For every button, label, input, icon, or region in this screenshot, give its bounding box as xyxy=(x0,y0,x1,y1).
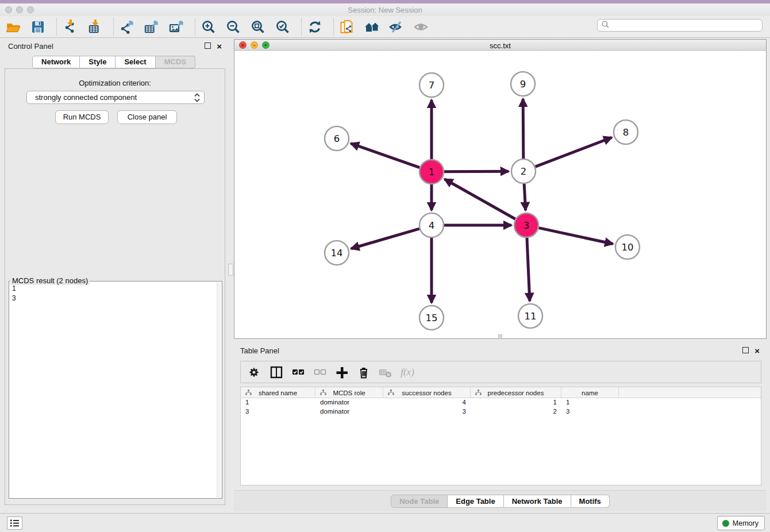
cell-shared-name[interactable]: 1 xyxy=(241,398,315,407)
table-row[interactable]: 3dominator323 xyxy=(241,407,761,417)
tab-network[interactable]: Network xyxy=(32,56,80,68)
clone-network-icon[interactable] xyxy=(340,20,355,34)
tab-edge-table[interactable]: Edge Table xyxy=(448,495,503,508)
save-session-icon[interactable] xyxy=(30,20,45,34)
graph-node-9[interactable]: 9 xyxy=(511,72,535,96)
search-input[interactable] xyxy=(612,20,762,30)
float-panel-icon[interactable] xyxy=(205,43,211,49)
delete-column-icon[interactable] xyxy=(357,365,371,379)
edge-2-9[interactable] xyxy=(523,99,523,159)
column-header-shared-name[interactable]: shared name xyxy=(241,387,315,398)
graph-node-14[interactable]: 14 xyxy=(325,241,349,265)
graph-node-7[interactable]: 7 xyxy=(419,73,444,97)
column-header-MCDS-role[interactable]: MCDS role xyxy=(315,387,383,398)
mcds-result-values: 1 3 xyxy=(10,284,16,303)
cell-predecessor-nodes[interactable]: 2 xyxy=(471,407,561,417)
tab-select[interactable]: Select xyxy=(116,56,155,68)
control-panel: Control Panel × NetworkStyleSelectMCDS O… xyxy=(0,38,228,513)
cell-MCDS-role[interactable]: dominator xyxy=(315,407,383,417)
cell-successor-nodes[interactable]: 4 xyxy=(383,398,471,407)
column-header-successor-nodes[interactable]: successor nodes xyxy=(383,387,471,398)
toggle-panes-icon[interactable] xyxy=(270,365,283,379)
node-table-header: shared nameMCDS rolesuccessor nodesprede… xyxy=(241,387,761,398)
open-session-icon[interactable] xyxy=(6,20,21,34)
cell-MCDS-role[interactable]: dominator xyxy=(315,398,383,407)
svg-text:7: 7 xyxy=(429,80,435,91)
cell-name[interactable]: 1 xyxy=(561,398,619,407)
memory-label: Memory xyxy=(733,519,759,527)
task-history-button[interactable] xyxy=(7,516,22,530)
status-bar: Memory xyxy=(0,513,770,532)
first-neighbors-icon[interactable] xyxy=(364,20,379,34)
edge-1-6[interactable] xyxy=(351,144,420,168)
graph-node-11[interactable]: 11 xyxy=(518,304,542,328)
table-row[interactable]: 1dominator411 xyxy=(241,398,761,407)
search-box[interactable] xyxy=(597,19,763,32)
function-builder-icon: f(x) xyxy=(401,365,414,379)
graph-node-3[interactable]: 3 xyxy=(514,213,538,237)
edge-3-1[interactable] xyxy=(445,179,515,219)
zoom-selected-icon[interactable] xyxy=(275,20,290,34)
table-toolbar: f(x) xyxy=(240,361,761,383)
graph-node-10[interactable]: 10 xyxy=(615,235,640,259)
column-header-name[interactable]: name xyxy=(561,387,619,398)
refresh-view-icon[interactable] xyxy=(307,20,322,34)
tab-node-table[interactable]: Node Table xyxy=(391,495,448,508)
select-all-icon[interactable] xyxy=(291,365,305,379)
cell-predecessor-nodes[interactable]: 1 xyxy=(471,398,561,407)
table-close-icon[interactable]: × xyxy=(754,348,760,354)
main-titlebar: Session: New Session xyxy=(0,3,770,16)
add-column-icon[interactable] xyxy=(335,365,349,379)
svg-text:1: 1 xyxy=(429,167,435,178)
edge-1-2[interactable] xyxy=(444,171,509,172)
export-table-icon[interactable] xyxy=(144,20,159,34)
result-scrollbar[interactable] xyxy=(217,282,221,498)
graph-node-6[interactable]: 6 xyxy=(325,126,349,151)
zoom-out-icon[interactable] xyxy=(226,20,241,34)
table-tabstrip: Node TableEdge TableNetwork TableMotifs xyxy=(234,490,767,511)
node-table[interactable]: shared nameMCDS rolesuccessor nodesprede… xyxy=(240,387,761,485)
graph-node-2[interactable]: 2 xyxy=(511,159,536,183)
criterion-dropdown[interactable]: strongly connected component xyxy=(26,91,205,104)
tab-network-table[interactable]: Network Table xyxy=(504,495,571,508)
column-header-predecessor-nodes[interactable]: predecessor nodes xyxy=(471,387,561,398)
close-panel-icon[interactable]: × xyxy=(217,43,222,49)
graph-node-4[interactable]: 4 xyxy=(419,213,444,237)
export-image-icon[interactable] xyxy=(169,20,184,34)
close-panel-button[interactable]: Close panel xyxy=(117,110,177,124)
tab-style[interactable]: Style xyxy=(80,56,116,68)
memory-button[interactable]: Memory xyxy=(717,516,765,530)
mcds-result-box: MCDS result (2 nodes) 1 3 xyxy=(9,281,222,499)
mcds-result-legend: MCDS result (2 nodes) xyxy=(10,276,90,285)
tab-mcds[interactable]: MCDS xyxy=(156,56,195,68)
edge-3-10[interactable] xyxy=(539,228,613,244)
import-network-icon[interactable] xyxy=(63,20,78,34)
edge-2-8[interactable] xyxy=(536,137,612,167)
graph-node-8[interactable]: 8 xyxy=(614,120,638,144)
import-table-icon[interactable] xyxy=(87,20,102,34)
hide-graphics-details-icon[interactable] xyxy=(389,20,404,34)
sort-icon xyxy=(320,390,326,396)
edge-2-3[interactable] xyxy=(524,184,525,210)
deselect-all-icon[interactable] xyxy=(313,365,327,379)
cell-shared-name[interactable]: 3 xyxy=(241,407,315,417)
run-mcds-button[interactable]: Run MCDS xyxy=(55,110,109,124)
edge-3-11[interactable] xyxy=(527,238,530,301)
graph-node-15[interactable]: 15 xyxy=(419,306,444,330)
network-graph-canvas[interactable]: 7968124314101511 xyxy=(234,51,766,338)
zoom-fit-icon[interactable] xyxy=(251,20,265,34)
cell-successor-nodes[interactable]: 3 xyxy=(383,407,471,417)
cell-name[interactable]: 3 xyxy=(561,407,619,417)
vertical-splitter-grabber[interactable] xyxy=(228,264,233,276)
zoom-in-icon[interactable] xyxy=(201,20,216,34)
horizontal-splitter-grabber[interactable] xyxy=(498,334,502,338)
graph-node-1[interactable]: 1 xyxy=(419,160,444,184)
svg-text:8: 8 xyxy=(623,127,629,138)
edge-4-14[interactable] xyxy=(351,229,419,249)
tab-motifs[interactable]: Motifs xyxy=(571,495,610,508)
column-settings-icon[interactable] xyxy=(248,365,261,379)
table-float-icon[interactable] xyxy=(742,347,749,353)
export-network-icon[interactable] xyxy=(120,20,134,34)
optimization-criterion-label: Optimization criterion: xyxy=(5,79,225,87)
svg-text:3: 3 xyxy=(523,220,530,231)
